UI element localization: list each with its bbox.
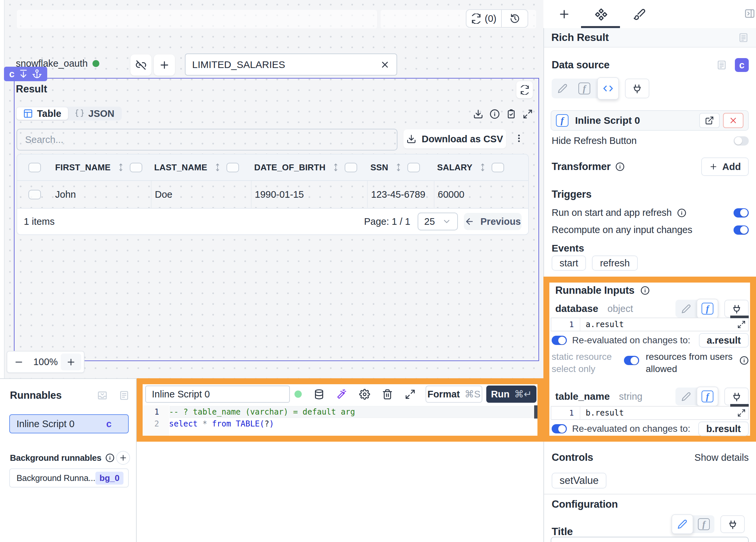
doc-icon[interactable] — [738, 32, 749, 43]
mode-eval-button[interactable]: f — [693, 515, 714, 533]
connect-plug-button[interactable] — [724, 388, 749, 405]
top-container-a[interactable] — [17, 10, 377, 28]
title-input[interactable] — [551, 537, 749, 542]
gear-icon[interactable] — [359, 389, 370, 400]
dependency-chip[interactable]: b.result — [698, 422, 749, 436]
column-header[interactable]: FIRST_NAME — [55, 162, 111, 173]
column-header[interactable]: LAST_NAME — [154, 162, 207, 173]
maximize-icon[interactable] — [523, 109, 533, 119]
sort-icon[interactable] — [478, 163, 487, 172]
row-checkbox[interactable] — [28, 190, 41, 199]
anchor-icon[interactable] — [32, 69, 42, 79]
resources-from-users-toggle[interactable] — [624, 356, 639, 365]
table-name-input[interactable]: LIMITED_SALARIES — [185, 53, 397, 76]
sort-icon[interactable] — [213, 163, 222, 172]
canvas[interactable]: (0) snowflake_oauth LIMITED_SALARIES Res… — [5, 0, 543, 378]
unlink-button[interactable] — [130, 54, 152, 76]
info-icon[interactable] — [739, 356, 749, 365]
event-refresh-chip[interactable]: refresh — [592, 255, 637, 271]
mode-eval-button[interactable]: f — [697, 387, 718, 406]
mode-template-button[interactable]: f — [573, 79, 595, 98]
event-start-chip[interactable]: start — [552, 255, 586, 271]
page-size-select[interactable]: 25 — [418, 213, 458, 230]
move-down-icon[interactable] — [18, 69, 28, 79]
info-icon[interactable] — [615, 162, 625, 171]
download-csv-button[interactable]: Download as CSV — [403, 129, 506, 149]
sort-icon[interactable] — [117, 163, 125, 172]
code-editor[interactable]: 1 -- ? table_name (varchar) = default ar… — [143, 405, 537, 436]
open-script-button[interactable] — [699, 113, 720, 128]
database-icon[interactable] — [314, 389, 325, 400]
clear-input-icon[interactable] — [380, 60, 390, 70]
connect-plug-button[interactable] — [724, 300, 749, 318]
ai-wand-icon[interactable] — [336, 389, 347, 400]
mode-code-button[interactable] — [597, 77, 619, 100]
sort-icon[interactable] — [331, 163, 340, 172]
reevaluate-toggle[interactable] — [552, 336, 567, 345]
hide-refresh-toggle[interactable] — [734, 136, 749, 146]
zoom-out-button[interactable] — [7, 357, 30, 367]
mode-static-button[interactable] — [552, 79, 573, 98]
component-id-badge[interactable]: c — [735, 58, 749, 72]
run-on-start-toggle[interactable] — [734, 208, 749, 218]
runnable-item-selected[interactable]: Inline Script 0 c — [9, 414, 129, 433]
select-all-checkbox[interactable] — [28, 163, 41, 172]
expand-icon[interactable] — [405, 389, 416, 400]
mode-eval-button[interactable]: f — [697, 299, 718, 319]
sort-icon[interactable] — [394, 163, 403, 172]
reevaluate-toggle[interactable] — [552, 424, 567, 433]
column-filter[interactable] — [130, 163, 142, 172]
column-filter[interactable] — [407, 163, 420, 172]
components-tab-icon[interactable] — [595, 8, 608, 21]
delete-script-button[interactable] — [723, 113, 743, 128]
insert-tab-icon[interactable] — [558, 8, 570, 20]
add-inline-script-button[interactable] — [154, 54, 175, 76]
copy-icon[interactable] — [506, 109, 516, 119]
background-runnable-item[interactable]: Background Runna... bg_0 — [9, 468, 129, 488]
connect-plug-button[interactable] — [720, 515, 745, 533]
column-filter[interactable] — [492, 163, 504, 172]
previous-page-button[interactable]: Previous — [464, 213, 522, 230]
download-icon[interactable] — [473, 109, 483, 119]
show-details-link[interactable]: Show details — [695, 452, 749, 463]
input-expression-table-name[interactable]: 1 b.result — [551, 406, 749, 420]
script-name-input[interactable]: Inline Script 0 — [145, 386, 290, 403]
info-icon[interactable] — [677, 208, 686, 218]
column-header[interactable]: SSN — [370, 162, 388, 173]
run-button[interactable]: Run ⌘↵ — [486, 386, 536, 403]
mode-static-button[interactable] — [671, 514, 693, 534]
format-button[interactable]: Format ⌘S — [426, 386, 482, 403]
app-history-button[interactable] — [502, 10, 528, 27]
dependency-chip[interactable]: a.result — [699, 333, 749, 348]
zoom-in-button[interactable] — [61, 354, 81, 370]
tab-json[interactable]: JSON — [68, 107, 121, 120]
tab-table[interactable]: Table — [17, 107, 68, 120]
column-header[interactable]: DATE_OF_BIRTH — [254, 162, 326, 173]
table-menu-button[interactable] — [514, 130, 524, 147]
mode-static-button[interactable] — [675, 388, 697, 405]
collapse-panel-icon[interactable] — [744, 8, 755, 19]
expand-expression-button[interactable] — [735, 407, 748, 419]
column-filter[interactable] — [345, 163, 357, 172]
setvalue-chip[interactable]: setValue — [552, 473, 606, 489]
attached-script-row[interactable]: f Inline Script 0 — [551, 110, 749, 131]
component-refresh-button[interactable] — [516, 81, 533, 98]
info-icon[interactable] — [640, 286, 650, 295]
connect-plug-button[interactable] — [625, 79, 649, 98]
add-background-runnable-button[interactable] — [116, 451, 130, 465]
input-expression-database[interactable]: 1 a.result — [551, 318, 749, 331]
app-refresh-button[interactable]: (0) — [466, 10, 502, 27]
column-header[interactable]: SALARY — [437, 162, 472, 173]
trash-icon[interactable] — [382, 389, 393, 400]
recompute-toggle[interactable] — [734, 225, 749, 235]
column-filter[interactable] — [226, 163, 239, 172]
info-icon[interactable] — [490, 109, 500, 119]
expand-expression-button[interactable] — [735, 318, 748, 331]
mode-static-button[interactable] — [675, 300, 697, 318]
doc-icon[interactable] — [716, 60, 727, 70]
info-icon[interactable] — [105, 453, 115, 462]
inbox-icon[interactable] — [97, 390, 108, 401]
add-transformer-button[interactable]: Add — [701, 157, 749, 176]
table-row[interactable]: John Doe 1990-01-15 123-45-6789 60000 — [17, 181, 528, 209]
file-lines-icon[interactable] — [119, 390, 129, 401]
